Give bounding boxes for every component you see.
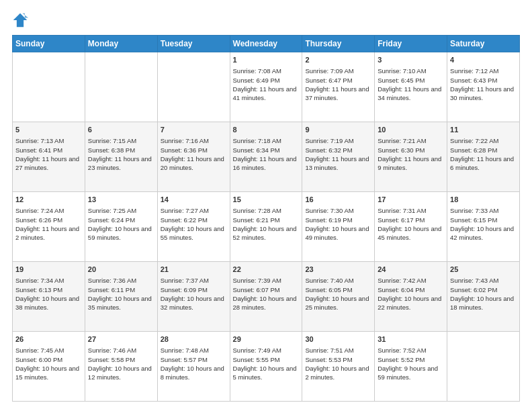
calendar-cell: 29Sunrise: 7:49 AMSunset: 5:55 PMDayligh… xyxy=(230,332,302,402)
calendar-cell: 7Sunrise: 7:16 AMSunset: 6:36 PMDaylight… xyxy=(157,122,230,192)
day-info: Daylight: 10 hours and 15 minutes. xyxy=(15,364,82,382)
calendar-cell xyxy=(447,332,520,402)
day-number: 8 xyxy=(233,125,300,135)
calendar-cell: 23Sunrise: 7:40 AMSunset: 6:05 PMDayligh… xyxy=(302,262,375,332)
day-info: Sunset: 6:41 PM xyxy=(15,146,82,154)
calendar-cell: 3Sunrise: 7:10 AMSunset: 6:45 PMDaylight… xyxy=(375,52,447,122)
day-info: Sunset: 6:15 PM xyxy=(450,216,517,224)
day-number: 26 xyxy=(15,334,82,345)
day-info: Daylight: 11 hours and 30 minutes. xyxy=(450,85,517,103)
day-info: Sunrise: 7:46 AM xyxy=(88,346,154,355)
calendar-cell: 13Sunrise: 7:25 AMSunset: 6:24 PMDayligh… xyxy=(85,192,157,262)
calendar-week: 5Sunrise: 7:13 AMSunset: 6:41 PMDaylight… xyxy=(13,122,520,192)
calendar-cell: 8Sunrise: 7:18 AMSunset: 6:34 PMDaylight… xyxy=(230,122,302,192)
calendar-week: 19Sunrise: 7:34 AMSunset: 6:13 PMDayligh… xyxy=(13,262,520,332)
day-info: Daylight: 10 hours and 5 minutes. xyxy=(233,364,300,382)
weekday-header: Friday xyxy=(375,36,447,52)
day-info: Daylight: 11 hours and 16 minutes. xyxy=(233,154,300,173)
day-info: Sunrise: 7:13 AM xyxy=(15,136,82,145)
day-info: Sunrise: 7:48 AM xyxy=(161,346,227,355)
day-info: Sunset: 5:55 PM xyxy=(233,355,300,364)
day-info: Daylight: 10 hours and 45 minutes. xyxy=(378,224,444,242)
day-number: 20 xyxy=(88,265,154,275)
day-info: Daylight: 10 hours and 28 minutes. xyxy=(233,294,300,312)
day-info: Daylight: 10 hours and 32 minutes. xyxy=(161,294,227,312)
day-number: 15 xyxy=(233,195,300,205)
day-number: 29 xyxy=(233,334,300,345)
day-info: Daylight: 10 hours and 25 minutes. xyxy=(305,294,371,312)
day-info: Daylight: 11 hours and 9 minutes. xyxy=(378,154,444,173)
calendar-cell: 24Sunrise: 7:42 AMSunset: 6:04 PMDayligh… xyxy=(375,262,447,332)
day-info: Sunset: 6:45 PM xyxy=(378,76,444,85)
day-info: Sunset: 6:49 PM xyxy=(233,76,300,85)
weekday-row: SundayMondayTuesdayWednesdayThursdayFrid… xyxy=(13,36,520,52)
header xyxy=(12,12,520,28)
weekday-header: Wednesday xyxy=(230,36,302,52)
calendar-cell: 20Sunrise: 7:36 AMSunset: 6:11 PMDayligh… xyxy=(85,262,157,332)
day-number: 28 xyxy=(161,334,227,345)
calendar-header: SundayMondayTuesdayWednesdayThursdayFrid… xyxy=(13,36,520,52)
day-info: Sunset: 6:04 PM xyxy=(378,285,444,294)
weekday-header: Sunday xyxy=(13,36,85,52)
day-info: Daylight: 10 hours and 8 minutes. xyxy=(161,364,227,382)
calendar-cell: 4Sunrise: 7:12 AMSunset: 6:43 PMDaylight… xyxy=(447,52,520,122)
day-info: Sunrise: 7:28 AM xyxy=(233,206,300,215)
day-info: Sunset: 6:00 PM xyxy=(15,355,82,364)
day-info: Daylight: 10 hours and 2 minutes. xyxy=(305,364,371,382)
calendar-cell: 1Sunrise: 7:08 AMSunset: 6:49 PMDaylight… xyxy=(230,52,302,122)
calendar-cell: 21Sunrise: 7:37 AMSunset: 6:09 PMDayligh… xyxy=(157,262,230,332)
day-info: Sunrise: 7:45 AM xyxy=(15,346,82,355)
calendar-cell: 31Sunrise: 7:52 AMSunset: 5:52 PMDayligh… xyxy=(375,332,447,402)
day-info: Sunrise: 7:25 AM xyxy=(88,206,154,215)
day-info: Sunrise: 7:36 AM xyxy=(88,276,154,285)
day-info: Daylight: 9 hours and 59 minutes. xyxy=(378,364,444,382)
day-info: Sunrise: 7:18 AM xyxy=(233,136,300,145)
day-info: Sunrise: 7:21 AM xyxy=(378,136,444,145)
calendar-cell: 26Sunrise: 7:45 AMSunset: 6:00 PMDayligh… xyxy=(13,332,85,402)
day-info: Sunrise: 7:12 AM xyxy=(450,66,517,75)
day-number: 22 xyxy=(233,265,300,275)
day-info: Daylight: 10 hours and 55 minutes. xyxy=(161,224,227,242)
calendar-cell: 17Sunrise: 7:31 AMSunset: 6:17 PMDayligh… xyxy=(375,192,447,262)
day-number: 17 xyxy=(378,195,444,205)
day-info: Sunset: 6:30 PM xyxy=(378,146,444,154)
day-info: Sunrise: 7:24 AM xyxy=(15,206,82,215)
day-number: 10 xyxy=(378,125,444,135)
day-info: Sunrise: 7:19 AM xyxy=(305,136,371,145)
day-info: Sunrise: 7:30 AM xyxy=(305,206,371,215)
calendar-cell xyxy=(13,52,85,122)
day-info: Daylight: 10 hours and 22 minutes. xyxy=(378,294,444,312)
day-info: Sunrise: 7:51 AM xyxy=(305,346,371,355)
weekday-header: Thursday xyxy=(302,36,375,52)
day-info: Sunrise: 7:49 AM xyxy=(233,346,300,355)
weekday-header: Tuesday xyxy=(157,36,230,52)
day-info: Sunrise: 7:15 AM xyxy=(88,136,154,145)
day-info: Sunset: 6:17 PM xyxy=(378,216,444,224)
calendar-week: 1Sunrise: 7:08 AMSunset: 6:49 PMDaylight… xyxy=(13,52,520,122)
day-info: Sunset: 6:02 PM xyxy=(450,285,517,294)
day-info: Sunset: 6:34 PM xyxy=(233,146,300,154)
day-info: Sunset: 6:32 PM xyxy=(305,146,371,154)
day-info: Sunset: 6:36 PM xyxy=(161,146,227,154)
calendar-cell: 11Sunrise: 7:22 AMSunset: 6:28 PMDayligh… xyxy=(447,122,520,192)
calendar-cell: 5Sunrise: 7:13 AMSunset: 6:41 PMDaylight… xyxy=(13,122,85,192)
day-number: 13 xyxy=(88,195,154,205)
calendar-cell: 15Sunrise: 7:28 AMSunset: 6:21 PMDayligh… xyxy=(230,192,302,262)
day-number: 24 xyxy=(378,265,444,275)
day-info: Sunset: 6:22 PM xyxy=(161,216,227,224)
day-info: Sunrise: 7:33 AM xyxy=(450,206,517,215)
calendar-cell: 19Sunrise: 7:34 AMSunset: 6:13 PMDayligh… xyxy=(13,262,85,332)
day-info: Sunset: 6:09 PM xyxy=(161,285,227,294)
day-info: Sunrise: 7:52 AM xyxy=(378,346,444,355)
day-info: Sunrise: 7:40 AM xyxy=(305,276,371,285)
calendar-cell: 14Sunrise: 7:27 AMSunset: 6:22 PMDayligh… xyxy=(157,192,230,262)
day-number: 21 xyxy=(161,265,227,275)
day-info: Sunset: 5:58 PM xyxy=(88,355,154,364)
day-number: 18 xyxy=(450,195,517,205)
day-info: Daylight: 10 hours and 42 minutes. xyxy=(450,224,517,242)
day-info: Sunset: 6:05 PM xyxy=(305,285,371,294)
day-info: Daylight: 10 hours and 38 minutes. xyxy=(15,294,82,312)
day-info: Sunrise: 7:43 AM xyxy=(450,276,517,285)
day-number: 1 xyxy=(233,55,300,65)
calendar-week: 12Sunrise: 7:24 AMSunset: 6:26 PMDayligh… xyxy=(13,192,520,262)
